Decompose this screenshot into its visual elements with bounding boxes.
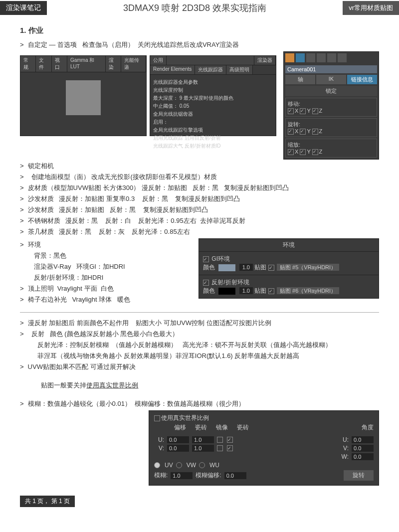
row-label: U:: [343, 436, 349, 443]
page-footer: 共 1 页， 第 1 页: [20, 496, 75, 507]
checkbox[interactable]: [288, 129, 294, 135]
note-line: 反射 颜色 (颜色越深反射越小 黑色最小白色最大）: [20, 330, 379, 339]
note-line: 茶几材质 漫反射：黑 反射：灰 反射光泽：0.85左右: [20, 227, 379, 236]
checkbox[interactable]: [288, 149, 294, 155]
display-icon[interactable]: [327, 53, 336, 62]
tab[interactable]: IK: [316, 75, 346, 84]
checkbox[interactable]: [217, 437, 223, 443]
radio-label: UV: [165, 462, 173, 469]
spinner[interactable]: 0.0: [167, 445, 189, 452]
hierarchy-icon[interactable]: [306, 53, 315, 62]
note-line: 不锈钢材质 漫反射：黑 反射：白 反射光泽：0.95左右 去掉菲泥耳反射: [20, 216, 379, 225]
col-label: 瓷砖: [237, 423, 249, 432]
map-button[interactable]: 贴图 #6（VRayHDRI）: [277, 287, 339, 294]
label: 启用光线跟踪 启用自反射/折射: [153, 135, 273, 142]
camera-panel: Camera001 轴 IK 链接信息 锁定 移动: X Y Z 旋转: X Y: [283, 51, 379, 160]
note-line: UVW贴图如果不匹配 可通过展开解决: [20, 362, 379, 371]
panel-title: 环境: [199, 239, 379, 252]
tab: Gamma 和 LUT: [67, 56, 106, 72]
header-title: 3DMAX9 喷射 2D3D8 效果实现指南: [47, 0, 343, 16]
modify-icon[interactable]: [296, 53, 305, 62]
checkbox[interactable]: [300, 129, 306, 135]
note-line: 贴图一般要关掉使用真实世界比例: [34, 373, 379, 397]
color-swatch[interactable]: [218, 288, 235, 295]
spinner[interactable]: 0.0: [224, 472, 246, 479]
map-button[interactable]: 贴图 #5（VRayHDRI）: [277, 264, 339, 271]
checkbox[interactable]: [227, 437, 233, 443]
rotate-button[interactable]: 旋转: [344, 470, 374, 481]
tab: 渲染器: [254, 56, 276, 65]
note-line: 沙发材质 漫反射：加贴图 重复率0.3 反射：黑 复制漫反射贴图到凹凸: [20, 194, 379, 203]
group-label: 缩放:: [288, 141, 375, 149]
spinner[interactable]: 1.0: [239, 264, 253, 271]
tab[interactable]: 轴: [285, 75, 315, 84]
note-line: 漫反射 加贴图后 前面颜色不起作用 贴图大小 可加UVW控制 位图适配可按图片比…: [20, 319, 379, 328]
radio[interactable]: [199, 462, 205, 468]
lock-scale: 缩放: X Y Z: [285, 139, 377, 158]
col-label: 角度: [362, 423, 374, 432]
spinner[interactable]: 0.0: [352, 453, 374, 460]
spinner[interactable]: 1.0: [171, 472, 193, 479]
checkbox[interactable]: [217, 445, 223, 451]
checkbox[interactable]: [300, 149, 306, 155]
tab: 视口: [52, 56, 67, 72]
radio-label: VW: [187, 462, 196, 469]
note-line: 渲染器V-Ray 环境GI：加HDRI: [34, 262, 192, 271]
radio[interactable]: [154, 462, 160, 468]
row-label: V:: [154, 445, 164, 452]
checkbox[interactable]: [203, 256, 209, 262]
section-title: 1. 作业: [20, 26, 379, 35]
row-label: W:: [342, 453, 349, 460]
camera-name: Camera001: [285, 65, 377, 73]
checkbox[interactable]: [312, 129, 318, 135]
tab: Render Elements: [150, 65, 195, 74]
sphere-icon[interactable]: [285, 53, 294, 62]
blur-label: 模糊:: [154, 471, 168, 480]
col-label: 偏移: [174, 423, 186, 432]
gi-label: GI环境: [211, 255, 230, 262]
label: 光线深度控制: [153, 87, 273, 94]
tab[interactable]: 链接信息: [347, 75, 377, 84]
screenshot-preferences: 常规 文件 视口 Gamma 和 LUT 渲染 光能传递: [20, 55, 147, 136]
spinner[interactable]: 0.0: [352, 445, 374, 452]
checkbox[interactable]: [312, 108, 318, 114]
offset-label: 模糊偏移:: [196, 471, 221, 480]
tab: 公用: [150, 56, 167, 65]
motion-icon[interactable]: [317, 53, 326, 62]
note-line: 模糊：数值越小越锐化（最小0.01） 模糊偏移：数值越高越模糊（很少用）: [20, 399, 379, 408]
note-line: 锁定相机: [20, 162, 379, 171]
note-line: 菲涅耳（视线与物体夹角越小 反射效果越明显）菲涅耳IOR(默认1.6) 反射率值…: [34, 352, 379, 360]
uvw-panel: 使用真实世界比例 偏移 瓷砖 镜像 瓷砖 角度 U: 0.0 1.0 U: 0.…: [149, 410, 379, 486]
spinner[interactable]: 1.0: [239, 287, 253, 294]
screenshot-raytrace: 公用 渲染器 Render Elements 光线跟踪器 高级照明 光线跟踪器全…: [150, 55, 276, 136]
checkbox[interactable]: [300, 108, 306, 114]
divider: [20, 312, 379, 313]
spinner[interactable]: 0.0: [352, 436, 374, 443]
checkbox[interactable]: [227, 445, 233, 451]
utils-icon[interactable]: [338, 53, 347, 62]
color-label: 颜色: [203, 287, 215, 294]
spinner[interactable]: 1.0: [192, 436, 214, 443]
note-line: 皮材质（模型加UVW贴图 长方体300） 漫反射：加贴图 反射：黑 复制漫反射贴…: [20, 183, 379, 192]
spinner[interactable]: 1.0: [192, 445, 214, 452]
radio[interactable]: [176, 462, 182, 468]
rr-label: 反射/折射环境: [211, 279, 249, 286]
checkbox[interactable]: [203, 280, 209, 286]
label: 最大深度： 9 最大深度时使用的颜色: [153, 95, 273, 102]
spinner[interactable]: 0.0: [167, 436, 189, 443]
checkbox[interactable]: [312, 149, 318, 155]
tab: 高级照明: [226, 65, 253, 74]
color-swatch[interactable]: [218, 264, 235, 271]
checkbox[interactable]: [268, 265, 274, 271]
tab: 光线跟踪器: [195, 65, 226, 74]
checkbox[interactable]: [154, 415, 160, 421]
radio-label: WU: [209, 462, 219, 469]
checkbox[interactable]: [268, 288, 274, 294]
checkbox[interactable]: [288, 108, 294, 114]
label: 启用：: [153, 119, 273, 126]
header-left-badge: 渲染课笔记: [0, 1, 47, 15]
note-line: 反射/折射环境：加HDRI: [34, 273, 192, 282]
label: 全局光线跟踪引擎选项: [153, 127, 273, 134]
row-label: V:: [343, 445, 349, 452]
group-label: 旋转:: [288, 121, 375, 128]
